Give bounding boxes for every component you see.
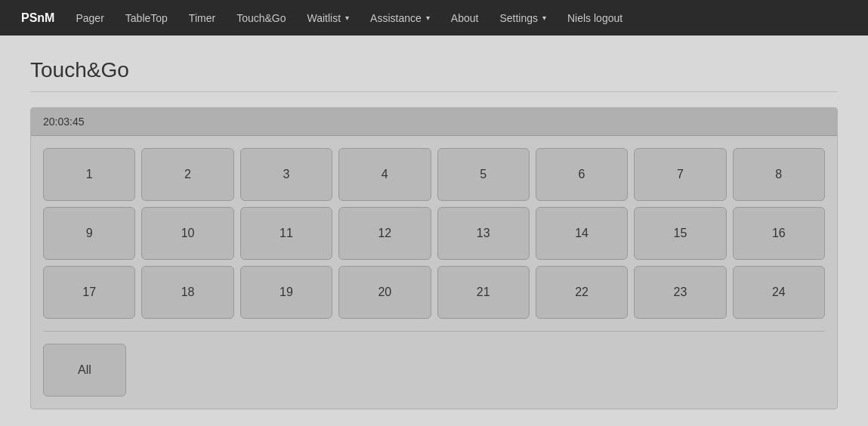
table-button-21[interactable]: 21 xyxy=(437,266,530,319)
table-button-11[interactable]: 11 xyxy=(240,207,332,260)
settings-dropdown-icon: ▾ xyxy=(542,14,546,22)
main-content: Touch&Go 20:03:45 1234567891011121314151… xyxy=(0,36,868,426)
table-button-7[interactable]: 7 xyxy=(634,148,726,201)
page-title: Touch&Go xyxy=(30,58,838,82)
table-button-19[interactable]: 19 xyxy=(240,266,332,319)
panel-header: 20:03:45 xyxy=(31,108,837,136)
table-button-20[interactable]: 20 xyxy=(338,266,431,319)
panel-body: 123456789101112131415161718192021222324 … xyxy=(31,136,837,409)
panel-divider xyxy=(43,331,825,332)
table-button-9[interactable]: 9 xyxy=(43,207,135,260)
nav-touchgo[interactable]: Touch&Go xyxy=(227,8,295,29)
nav-waitlist-label: Waitlist xyxy=(307,12,341,24)
nav-about[interactable]: About xyxy=(442,8,488,29)
nav-assistance-label: Assistance xyxy=(370,12,422,24)
table-button-22[interactable]: 22 xyxy=(536,266,628,319)
panel-timestamp: 20:03:45 xyxy=(43,116,85,128)
touchgo-panel: 20:03:45 1234567891011121314151617181920… xyxy=(30,107,838,409)
table-button-16[interactable]: 16 xyxy=(733,207,825,260)
table-button-10[interactable]: 10 xyxy=(141,207,233,260)
waitlist-dropdown-icon: ▾ xyxy=(345,14,349,22)
table-button-3[interactable]: 3 xyxy=(240,148,332,201)
nav-assistance[interactable]: Assistance ▾ xyxy=(361,8,439,29)
table-button-5[interactable]: 5 xyxy=(437,148,530,201)
nav-settings-label: Settings xyxy=(499,12,538,24)
table-button-14[interactable]: 14 xyxy=(536,207,628,260)
table-button-24[interactable]: 24 xyxy=(733,266,825,319)
assistance-dropdown-icon: ▾ xyxy=(426,14,430,22)
table-button-17[interactable]: 17 xyxy=(43,266,135,319)
table-button-23[interactable]: 23 xyxy=(634,266,726,319)
table-button-6[interactable]: 6 xyxy=(536,148,628,201)
nav-waitlist[interactable]: Waitlist ▾ xyxy=(298,8,359,29)
nav-settings[interactable]: Settings ▾ xyxy=(490,8,555,29)
navbar: PSnM Pager TableTop Timer Touch&Go Waitl… xyxy=(0,0,868,36)
nav-logout[interactable]: Niels logout xyxy=(558,8,632,29)
all-button[interactable]: All xyxy=(43,344,126,397)
nav-pager[interactable]: Pager xyxy=(66,8,113,29)
table-grid: 123456789101112131415161718192021222324 xyxy=(43,148,825,319)
table-button-8[interactable]: 8 xyxy=(733,148,825,201)
table-button-12[interactable]: 12 xyxy=(338,207,431,260)
table-button-2[interactable]: 2 xyxy=(141,148,233,201)
table-button-18[interactable]: 18 xyxy=(141,266,233,319)
table-button-1[interactable]: 1 xyxy=(43,148,135,201)
nav-timer[interactable]: Timer xyxy=(180,8,224,29)
nav-tabletop[interactable]: TableTop xyxy=(116,8,177,29)
table-button-13[interactable]: 13 xyxy=(437,207,530,260)
table-button-4[interactable]: 4 xyxy=(338,148,431,201)
brand-logo[interactable]: PSnM xyxy=(12,7,63,29)
title-divider xyxy=(30,91,838,92)
table-button-15[interactable]: 15 xyxy=(634,207,726,260)
